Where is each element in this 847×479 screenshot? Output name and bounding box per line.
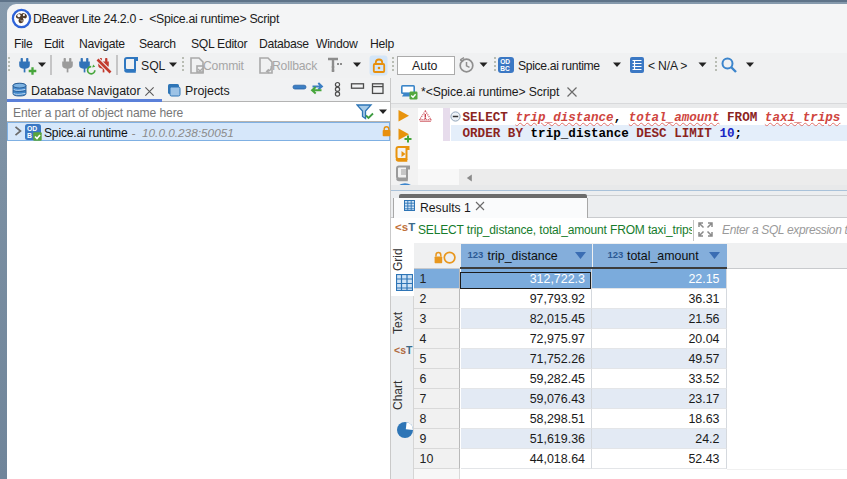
- svg-text:OD: OD: [500, 58, 510, 65]
- svg-text:SQL: SQL: [141, 59, 166, 73]
- svg-text:BC: BC: [500, 65, 510, 72]
- svg-text:Commit: Commit: [203, 59, 245, 73]
- svg-text:OD: OD: [27, 125, 37, 132]
- svg-text:Spice.ai runtime: Spice.ai runtime: [518, 59, 600, 73]
- svg-text:< N/A >: < N/A >: [648, 59, 687, 73]
- svg-text:Auto: Auto: [412, 59, 438, 73]
- svg-text:B: B: [27, 132, 32, 139]
- svg-text:Rollback: Rollback: [272, 59, 318, 73]
